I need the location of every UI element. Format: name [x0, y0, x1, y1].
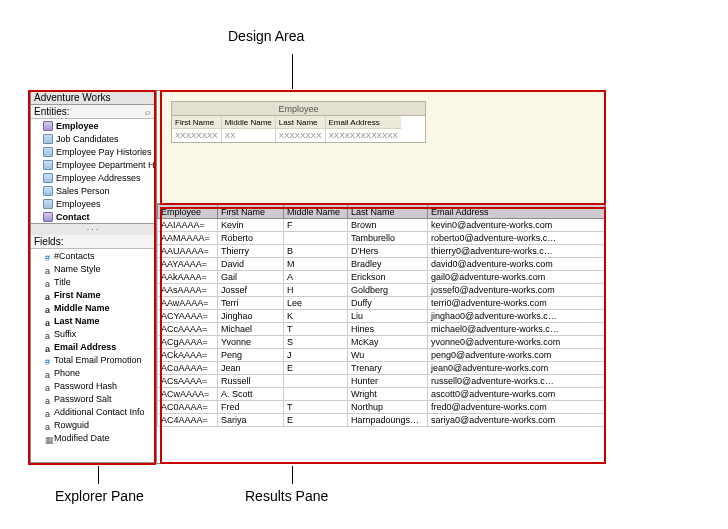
- results-column-header[interactable]: Last Name: [348, 205, 428, 219]
- design-column[interactable]: Middle NameXX: [222, 116, 276, 142]
- table-cell: E: [284, 414, 348, 427]
- table-cell: Bradley: [348, 258, 428, 271]
- field-label: Middle Name: [54, 303, 110, 313]
- table-cell: roberto0@adventure-works.c…: [428, 232, 605, 245]
- folder-item[interactable]: Job Candidates: [31, 132, 156, 145]
- field-item[interactable]: aSuffix: [31, 327, 156, 340]
- table-cell: T: [284, 401, 348, 414]
- table-row[interactable]: AAwAAAA=TerriLeeDuffyterri0@adventure-wo…: [158, 297, 605, 310]
- results-column-header[interactable]: Employee: [158, 205, 218, 219]
- table-cell: ACcAAAA=: [158, 323, 218, 336]
- tree-item-label: Employee Department Historie: [56, 160, 156, 170]
- table-row[interactable]: AAUAAAA=ThierryBD'Hersthierry0@adventure…: [158, 245, 605, 258]
- table-row[interactable]: AAYAAAA=DavidMBradleydavid0@adventure-wo…: [158, 258, 605, 271]
- entity-item[interactable]: Contact: [31, 210, 156, 223]
- field-type-icon: a: [45, 292, 51, 298]
- results-column-header[interactable]: Middle Name: [284, 205, 348, 219]
- explorer-pane: Adventure Works Entities: ⌕ EmployeeJob …: [31, 91, 157, 463]
- table-cell: russell0@adventure-works.c…: [428, 375, 605, 388]
- entities-more[interactable]: ···: [31, 224, 156, 235]
- field-item[interactable]: aFirst Name: [31, 288, 156, 301]
- field-type-icon: a: [45, 266, 51, 272]
- results-table[interactable]: EmployeeFirst NameMiddle NameLast NameEm…: [157, 204, 605, 427]
- table-row[interactable]: ACwAAAA=A. ScottWrightascott0@adventure-…: [158, 388, 605, 401]
- table-row[interactable]: AAsAAAA=JossefHGoldbergjossef0@adventure…: [158, 284, 605, 297]
- field-item[interactable]: aEmail Address: [31, 340, 156, 353]
- table-cell: A: [284, 271, 348, 284]
- table-row[interactable]: AAIAAAA=KevinFBrownkevin0@adventure-work…: [158, 219, 605, 232]
- folder-item[interactable]: Employees: [31, 197, 156, 210]
- table-row[interactable]: AAkAAAA=GailAEricksongail0@adventure-wor…: [158, 271, 605, 284]
- field-item[interactable]: aRowguid: [31, 418, 156, 431]
- table-row[interactable]: ACsAAAA=RussellHunterrussell0@adventure-…: [158, 375, 605, 388]
- results-column-header[interactable]: First Name: [218, 205, 284, 219]
- search-icon[interactable]: ⌕: [145, 107, 153, 117]
- design-area[interactable]: Employee First NameXXXXXXXXMiddle NameXX…: [157, 91, 605, 204]
- results-pane: EmployeeFirst NameMiddle NameLast NameEm…: [157, 204, 605, 463]
- table-cell: Michael: [218, 323, 284, 336]
- table-row[interactable]: ACkAAAA=PengJWupeng0@adventure-works.com: [158, 349, 605, 362]
- table-cell: E: [284, 362, 348, 375]
- table-cell: thierry0@adventure-works.c…: [428, 245, 605, 258]
- folder-item[interactable]: Employee Pay Histories: [31, 145, 156, 158]
- field-item[interactable]: #Total Email Promotion: [31, 353, 156, 366]
- results-header-row: EmployeeFirst NameMiddle NameLast NameEm…: [158, 205, 605, 219]
- design-column[interactable]: Last NameXXXXXXXX: [276, 116, 326, 142]
- table-cell: Hunter: [348, 375, 428, 388]
- table-row[interactable]: ACgAAAA=YvonneSMcKayyvonne0@adventure-wo…: [158, 336, 605, 349]
- table-row[interactable]: AC0AAAA=FredTNorthupfred0@adventure-work…: [158, 401, 605, 414]
- table-cell: ACkAAAA=: [158, 349, 218, 362]
- field-item[interactable]: aPhone: [31, 366, 156, 379]
- design-entity-title: Employee: [171, 101, 426, 115]
- field-item[interactable]: aPassword Hash: [31, 379, 156, 392]
- field-item[interactable]: aName Style: [31, 262, 156, 275]
- table-cell: ACsAAAA=: [158, 375, 218, 388]
- table-cell: kevin0@adventure-works.com: [428, 219, 605, 232]
- design-column[interactable]: First NameXXXXXXXX: [172, 116, 222, 142]
- table-cell: Thierry: [218, 245, 284, 258]
- table-cell: Jean: [218, 362, 284, 375]
- field-item[interactable]: ▦Modified Date: [31, 431, 156, 444]
- table-cell: Roberto: [218, 232, 284, 245]
- field-item[interactable]: aAdditional Contact Info: [31, 405, 156, 418]
- field-item[interactable]: aPassword Salt: [31, 392, 156, 405]
- table-cell: Tamburello: [348, 232, 428, 245]
- table-cell: AAIAAAA=: [158, 219, 218, 232]
- folder-icon: [43, 160, 53, 170]
- table-row[interactable]: ACoAAAA=JeanETrenaryjean0@adventure-work…: [158, 362, 605, 375]
- field-label: Title: [54, 277, 71, 287]
- folder-item[interactable]: Sales Person: [31, 184, 156, 197]
- table-cell: [284, 388, 348, 401]
- table-row[interactable]: AAMAAAA=RobertoTamburelloroberto0@advent…: [158, 232, 605, 245]
- folder-item[interactable]: Employee Addresses: [31, 171, 156, 184]
- results-column-header[interactable]: Email Address: [428, 205, 605, 219]
- entities-list[interactable]: EmployeeJob CandidatesEmployee Pay Histo…: [31, 119, 156, 224]
- field-label: Total Email Promotion: [54, 355, 142, 365]
- table-row[interactable]: ACcAAAA=MichaelTHinesmichael0@adventure-…: [158, 323, 605, 336]
- fields-list[interactable]: ##ContactsaName StyleaTitleaFirst NameaM…: [31, 249, 156, 463]
- table-cell: AAwAAAA=: [158, 297, 218, 310]
- table-cell: Jinghao: [218, 310, 284, 323]
- table-cell: Jossef: [218, 284, 284, 297]
- field-item[interactable]: aLast Name: [31, 314, 156, 327]
- table-row[interactable]: ACYAAAA=JinghaoKLiujinghao0@adventure-wo…: [158, 310, 605, 323]
- field-type-icon: a: [45, 383, 51, 389]
- table-cell: fred0@adventure-works.com: [428, 401, 605, 414]
- design-column[interactable]: Email AddressXXXXXXXXXXXXX: [326, 116, 401, 142]
- folder-icon: [43, 147, 53, 157]
- field-item[interactable]: aMiddle Name: [31, 301, 156, 314]
- field-type-icon: a: [45, 409, 51, 415]
- entity-item[interactable]: Employee: [31, 119, 156, 132]
- table-row[interactable]: AC4AAAA=SariyaEHarnpadoungsa…sariya0@adv…: [158, 414, 605, 427]
- connector-line: [98, 466, 99, 484]
- design-entity[interactable]: Employee First NameXXXXXXXXMiddle NameXX…: [171, 101, 426, 143]
- fields-label: Fields:: [34, 236, 63, 247]
- table-cell: Russell: [218, 375, 284, 388]
- table-cell: gail0@adventure-works.com: [428, 271, 605, 284]
- table-cell: Lee: [284, 297, 348, 310]
- field-item[interactable]: ##Contacts: [31, 249, 156, 262]
- field-label: Email Address: [54, 342, 116, 352]
- table-cell: B: [284, 245, 348, 258]
- field-item[interactable]: aTitle: [31, 275, 156, 288]
- folder-item[interactable]: Employee Department Historie: [31, 158, 156, 171]
